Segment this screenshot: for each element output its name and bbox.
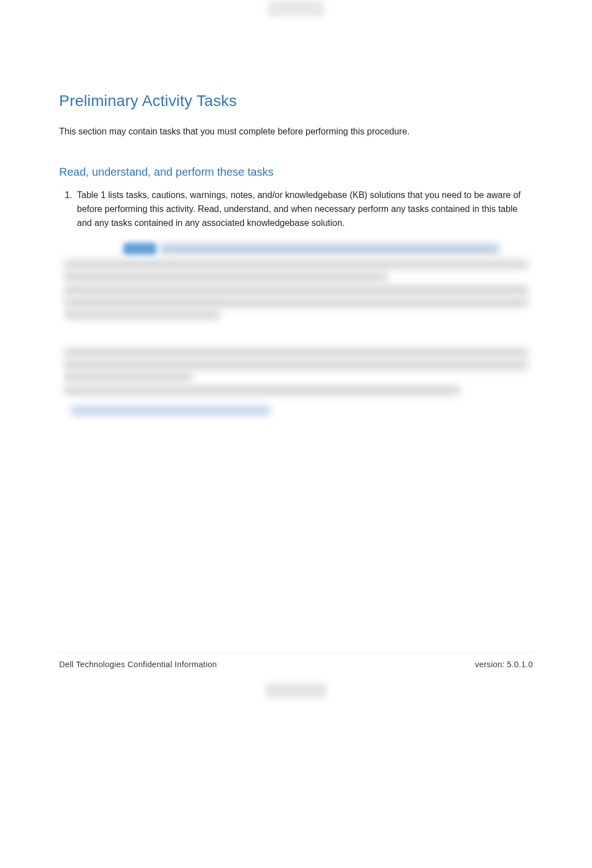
blur-row-link — [70, 406, 271, 416]
blur-row — [64, 372, 193, 382]
footer-confidential: Dell Technologies Confidential Informati… — [59, 660, 217, 669]
blur-row — [64, 259, 528, 269]
blur-row — [64, 272, 388, 282]
blur-row — [64, 348, 528, 358]
table-label-blurred — [123, 243, 157, 255]
blur-row — [64, 360, 528, 370]
footer-version-value: 5.0.1.0 — [507, 660, 533, 669]
footer: Dell Technologies Confidential Informati… — [59, 660, 533, 669]
section-title: Preliminary Activity Tasks — [59, 92, 533, 110]
footer-version: version: 5.0.1.0 — [475, 660, 533, 669]
task-list: Table 1 lists tasks, cautions, warnings,… — [59, 189, 533, 230]
blur-row — [64, 310, 221, 320]
subsection-title: Read, understand, and perform these task… — [59, 166, 533, 179]
table-blurred-region — [59, 244, 533, 428]
footer-page-marker-blurred — [265, 683, 327, 698]
footer-version-label: version: — [475, 660, 507, 669]
header-page-marker-blurred — [268, 0, 324, 17]
blur-row — [64, 285, 528, 295]
document-page: Preliminary Activity Tasks This section … — [0, 0, 592, 868]
task-list-item: Table 1 lists tasks, cautions, warnings,… — [75, 189, 533, 230]
blur-row — [159, 244, 499, 254]
main-content: Preliminary Activity Tasks This section … — [59, 92, 533, 428]
blur-row — [64, 385, 460, 396]
footer-divider — [59, 652, 533, 654]
section-intro: This section may contain tasks that you … — [59, 126, 533, 138]
blur-row — [64, 297, 528, 307]
